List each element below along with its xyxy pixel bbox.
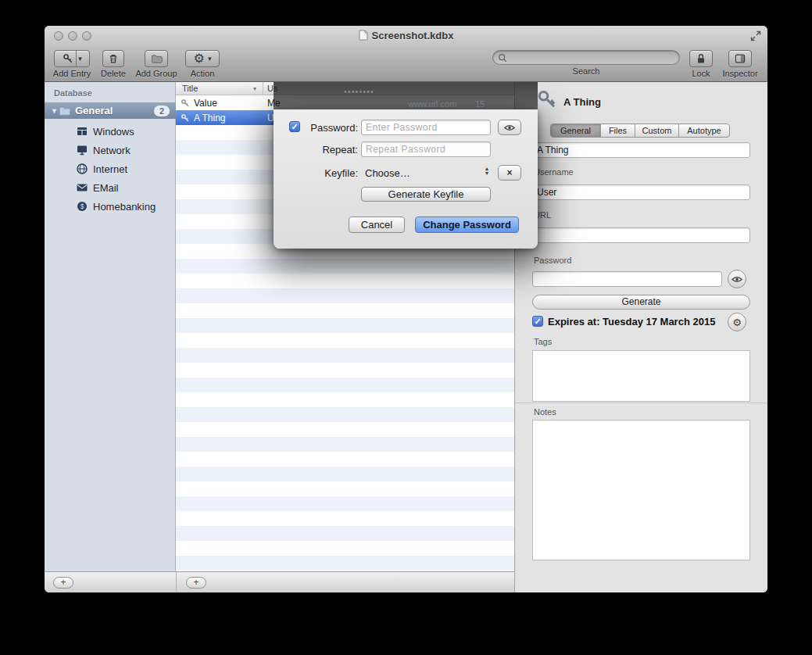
chevron-down-icon: ▾ xyxy=(78,55,82,63)
sidebar-item-label: EMail xyxy=(93,182,119,194)
document-icon xyxy=(359,30,368,41)
sort-indicator-icon: ▾ xyxy=(253,85,256,92)
add-entry-button[interactable]: ▾ Add Entry xyxy=(48,50,95,78)
sidebar-item-internet[interactable]: Internet xyxy=(45,159,176,178)
entry-key-icon xyxy=(535,88,559,112)
username-label: Username xyxy=(534,167,574,177)
segment-divider xyxy=(76,51,77,66)
tags-label: Tags xyxy=(534,337,552,346)
show-password-button[interactable] xyxy=(728,270,746,288)
expires-label: Expires at: Tuesday 17 March 2015 xyxy=(548,316,715,328)
delete-button[interactable]: Delete xyxy=(91,50,135,78)
change-password-button[interactable]: Change Password xyxy=(415,217,519,233)
inspector-label: Inspector xyxy=(717,69,764,78)
app-window: Screenshot.kdbx ▾ Add Entry Delete Add xyxy=(45,26,767,592)
add-group-button[interactable]: Add Group xyxy=(134,50,178,78)
column-divider[interactable] xyxy=(263,82,263,95)
sidebar-item-email[interactable]: EMail xyxy=(45,178,176,197)
expires-settings-button[interactable]: ⚙ xyxy=(728,313,746,331)
titlebar: Screenshot.kdbx xyxy=(45,26,767,46)
key-icon xyxy=(62,52,74,65)
clear-keyfile-button[interactable]: × xyxy=(498,165,521,181)
add-group-label: Add Group xyxy=(134,69,178,78)
lock-icon xyxy=(695,52,707,65)
column-header-title[interactable]: Title xyxy=(182,84,198,93)
fullscreen-icon[interactable] xyxy=(750,30,761,41)
eye-icon xyxy=(732,276,742,283)
sidebar-item-homebanking[interactable]: $ Homebanking xyxy=(45,197,176,216)
sheet-password-input[interactable] xyxy=(361,120,491,135)
cancel-button[interactable]: Cancel xyxy=(349,217,405,233)
sheet-keyfile-label: Keyfile: xyxy=(297,167,358,179)
password-field[interactable] xyxy=(532,271,722,287)
gear-icon: ⚙ xyxy=(194,52,205,65)
url-field[interactable] xyxy=(532,227,750,243)
title-field[interactable] xyxy=(532,142,750,158)
group-count-badge: 2 xyxy=(154,106,170,116)
inspector-entry-title: A Thing xyxy=(563,96,601,108)
sheet-password-label: Password: xyxy=(297,122,358,134)
sidebar-group-label: General xyxy=(75,105,154,116)
disclosure-triangle-icon[interactable]: ▼ xyxy=(51,107,59,115)
username-field[interactable] xyxy=(532,184,750,200)
inspector-panel: A Thing General Files Custom Autotype Us… xyxy=(514,82,767,592)
window-title: Screenshot.kdbx xyxy=(45,30,767,41)
folder-icon xyxy=(150,52,163,66)
sidebar-item-label: Windows xyxy=(93,126,134,138)
search-area: Search xyxy=(492,50,680,76)
dimmed-modified: 15 xyxy=(475,99,485,109)
sidebar-header: Database xyxy=(54,88,92,98)
add-entry-plus-button[interactable]: + xyxy=(186,577,206,589)
tab-custom[interactable]: Custom xyxy=(635,124,679,137)
sidebar-item-label: Internet xyxy=(93,163,127,175)
chevron-down-icon: ▾ xyxy=(208,55,212,63)
action-button[interactable]: ⚙ ▾ Action xyxy=(180,50,225,78)
dimmed-password-dots: •••••••• xyxy=(344,87,374,96)
delete-label: Delete xyxy=(91,69,135,78)
envelope-icon xyxy=(76,181,88,194)
inspector-icon xyxy=(734,52,746,65)
sidebar-item-windows[interactable]: Windows xyxy=(45,122,176,141)
tab-autotype[interactable]: Autotype xyxy=(679,124,729,137)
folder-icon xyxy=(59,106,71,116)
inspector-tabs: General Files Custom Autotype xyxy=(550,123,730,138)
sheet-show-password-button[interactable] xyxy=(498,120,521,135)
change-password-sheet: •••••••• www.url.com 15 ✓ Password: Repe… xyxy=(274,82,538,249)
search-field[interactable] xyxy=(492,50,680,65)
sidebar-group-general[interactable]: ▼ General 2 xyxy=(45,102,176,119)
notes-field[interactable] xyxy=(532,420,750,560)
tab-files[interactable]: Files xyxy=(601,124,635,137)
notes-label: Notes xyxy=(534,407,556,417)
inspector-button[interactable]: Inspector xyxy=(717,50,764,78)
search-input[interactable] xyxy=(507,52,674,63)
toolbar: ▾ Add Entry Delete Add Group ⚙ ▾ Action xyxy=(45,46,767,82)
entry-title: A Thing xyxy=(194,113,261,123)
dimmed-url: www.url.com xyxy=(408,99,456,109)
tab-general[interactable]: General xyxy=(551,124,601,137)
footer-divider xyxy=(176,572,177,592)
generate-password-button[interactable]: Generate xyxy=(532,295,750,310)
stepper-icon[interactable]: ▲▼ xyxy=(483,166,491,176)
sidebar-item-label: Network xyxy=(93,145,131,156)
action-label: Action xyxy=(180,69,225,78)
dimmed-list-content: •••••••• www.url.com 15 xyxy=(274,82,538,109)
trash-icon xyxy=(107,52,120,65)
keyfile-popup[interactable]: Choose… xyxy=(365,167,410,179)
add-group-plus-button[interactable]: + xyxy=(53,577,73,589)
search-icon xyxy=(498,53,507,63)
password-label: Password xyxy=(534,256,571,265)
generate-keyfile-button[interactable]: Generate Keyfile xyxy=(361,187,491,202)
svg-text:$: $ xyxy=(80,202,84,210)
sidebar-item-network[interactable]: Network xyxy=(45,141,176,159)
section-divider xyxy=(515,403,767,403)
key-icon xyxy=(181,98,190,108)
expires-checkbox[interactable]: ✓ xyxy=(532,316,543,327)
sheet-repeat-input[interactable] xyxy=(361,141,491,157)
sidebar: Database ▼ General 2 Windows Network Int… xyxy=(45,82,176,571)
eye-icon xyxy=(504,124,515,131)
entry-title: Value xyxy=(194,98,261,109)
tags-field[interactable] xyxy=(532,350,750,402)
sheet-body: ✓ Password: Repeat: Keyfile: Choose… ▲▼ … xyxy=(274,109,538,249)
gear-icon: ⚙ xyxy=(732,317,742,328)
close-icon: × xyxy=(506,167,512,178)
